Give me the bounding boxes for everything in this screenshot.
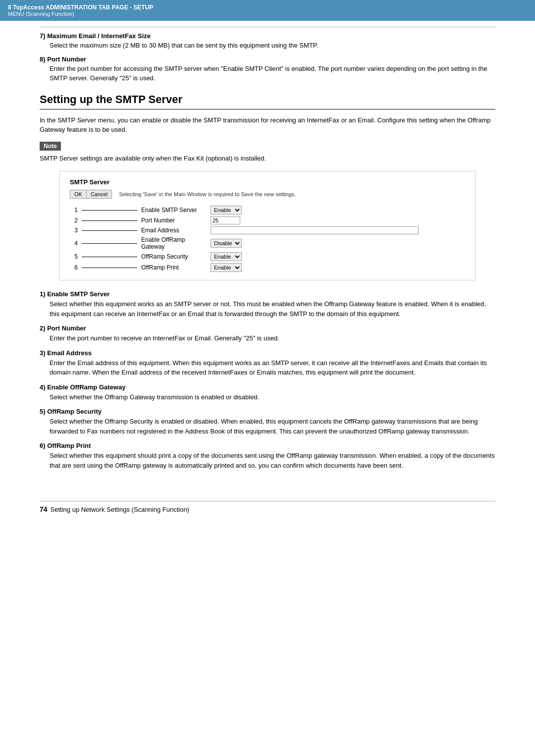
row-input-port-number[interactable] (211, 216, 240, 224)
header-line1: 8 TopAccess ADMINISTRATION TAB PAGE - SE… (8, 4, 527, 11)
row-label: OffRamp Security (139, 251, 209, 262)
intro-body-port-number: Enter the port number for accessing the … (50, 64, 495, 83)
detail-section: 4) Enable OffRamp GatewaySelect whether … (40, 383, 495, 402)
detail-section: 5) OffRamp SecuritySelect whether the Of… (40, 408, 495, 436)
detail-section-body: Select whether the Offramp Gateway trans… (50, 392, 495, 402)
smtp-form-row: 6OffRamp PrintEnableDisable (70, 262, 465, 273)
detail-section-title: 4) Enable OffRamp Gateway (40, 383, 495, 391)
main-content: 7) Maximum Email / InternetFax Size Sele… (0, 27, 535, 491)
detail-section: 1) Enable SMTP ServerSelect whether this… (40, 290, 495, 319)
header-line2: MENU (Scanning Function) (8, 11, 527, 17)
detail-sections: 1) Enable SMTP ServerSelect whether this… (40, 290, 495, 470)
row-control[interactable]: EnableDisable (209, 262, 465, 273)
row-number: 3 (70, 225, 80, 235)
detail-section: 3) Email AddressEnter the Email address … (40, 349, 495, 378)
detail-section-title: 5) OffRamp Security (40, 408, 495, 415)
intro-paragraph: In the SMTP Server menu, you can enable … (40, 115, 495, 135)
smtp-form-row: 5OffRamp SecurityEnableDisable (70, 251, 465, 262)
row-number: 4 (70, 235, 80, 251)
header-bar: 8 TopAccess ADMINISTRATION TAB PAGE - SE… (0, 0, 535, 21)
main-heading: Setting up the SMTP Server (40, 93, 495, 109)
detail-section-body: Enter the port number to receive an Inte… (50, 333, 495, 343)
smtp-form-row: 4Enable OffRamp GatewayDisableEnable (70, 235, 465, 251)
row-control[interactable] (209, 216, 465, 225)
row-control[interactable] (209, 225, 465, 235)
intro-body-max-email: Select the maximum size (2 MB to 30 MB) … (50, 41, 495, 51)
row-line (80, 205, 139, 216)
footer-page-num: 74 (40, 505, 48, 513)
row-control[interactable]: DisableEnable (209, 235, 465, 251)
intro-section-port-number: 8) Port Number Enter the port number for… (40, 55, 495, 83)
footer: 74 Setting up Network Settings (Scanning… (0, 501, 535, 517)
row-number: 1 (70, 205, 80, 216)
detail-section-body: Select whether this equipment should pri… (50, 451, 495, 470)
row-control[interactable]: EnableDisable (209, 205, 465, 216)
row-label: Enable SMTP Server (139, 205, 209, 216)
row-line (80, 251, 139, 262)
detail-section-title: 3) Email Address (40, 349, 495, 357)
footer-text: Setting up Network Settings (Scanning Fu… (51, 506, 189, 513)
detail-section-body: Select whether this equipment works as a… (50, 299, 495, 319)
detail-section-title: 1) Enable SMTP Server (40, 290, 495, 298)
cancel-button[interactable]: Cancel (87, 190, 112, 199)
smtp-form-table: 1Enable SMTP ServerEnableDisable2Port Nu… (70, 205, 465, 273)
row-line (80, 235, 139, 251)
ok-button[interactable]: OK (70, 190, 87, 199)
row-label: OffRamp Print (139, 262, 209, 273)
row-label: Port Number (139, 216, 209, 225)
note-label: Note (40, 142, 61, 151)
row-number: 2 (70, 216, 80, 225)
row-select-enable-smtp-server[interactable]: EnableDisable (211, 206, 242, 215)
smtp-form-row: 3Email Address (70, 225, 465, 235)
intro-title-port-number: 8) Port Number (40, 55, 495, 63)
smtp-form-row: 1Enable SMTP ServerEnableDisable (70, 205, 465, 216)
detail-section-title: 2) Port Number (40, 324, 495, 332)
detail-section-title: 6) OffRamp Print (40, 442, 495, 449)
row-label: Email Address (139, 225, 209, 235)
detail-section-body: Enter the Email address of this equipmen… (50, 358, 495, 378)
intro-title-max-email: 7) Maximum Email / InternetFax Size (40, 32, 495, 40)
note-text: SMTP Server settings are available only … (40, 154, 495, 163)
toolbar-note: Selecting 'Save' in the Main Window is r… (119, 191, 296, 197)
row-input-wide-email-address[interactable] (211, 226, 419, 234)
row-select-offramp-print[interactable]: EnableDisable (211, 263, 242, 272)
detail-section-body: Select whether the Offramp Security is e… (50, 417, 495, 436)
smtp-toolbar: OK Cancel Selecting 'Save' in the Main W… (70, 190, 465, 199)
row-number: 6 (70, 262, 80, 273)
smtp-form-row: 2Port Number (70, 216, 465, 225)
row-line (80, 225, 139, 235)
row-select-offramp-security[interactable]: EnableDisable (211, 252, 242, 261)
intro-section-max-email: 7) Maximum Email / InternetFax Size Sele… (40, 32, 495, 51)
detail-section: 6) OffRamp PrintSelect whether this equi… (40, 442, 495, 470)
row-control[interactable]: EnableDisable (209, 251, 465, 262)
row-number: 5 (70, 251, 80, 262)
smtp-panel-title: SMTP Server (70, 178, 465, 186)
row-select-enable-offramp-gateway[interactable]: DisableEnable (211, 239, 242, 248)
detail-section: 2) Port NumberEnter the port number to r… (40, 324, 495, 343)
row-line (80, 216, 139, 225)
smtp-server-panel: SMTP Server OK Cancel Selecting 'Save' i… (59, 171, 476, 280)
row-line (80, 262, 139, 273)
row-label: Enable OffRamp Gateway (139, 235, 209, 251)
